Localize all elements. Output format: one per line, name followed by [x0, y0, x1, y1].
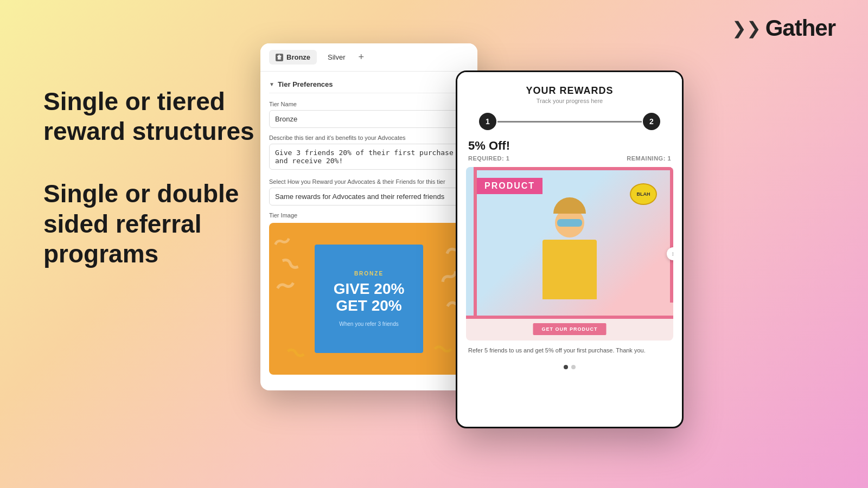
- tier-desc-label: Describe this tier and it's benefits to …: [269, 134, 469, 141]
- progress-bar: 1 2: [457, 113, 682, 130]
- get-product-button[interactable]: GET OUR PRODUCT: [533, 323, 606, 335]
- tier-desc-input[interactable]: Give 3 friends 20% of their first purcha…: [269, 144, 469, 170]
- dot-2[interactable]: [571, 365, 576, 369]
- rewards-header: YOUR REWARDS Track your progress here: [457, 72, 682, 113]
- person-hair: [553, 197, 586, 214]
- rewards-description: Refer 5 friends to us and get 5% off you…: [457, 341, 682, 361]
- rewards-tablet: YOUR REWARDS Track your progress here 1 …: [456, 70, 684, 428]
- trash-icon: 🗑: [276, 54, 283, 61]
- right-frame: [670, 167, 673, 303]
- dot-indicators: [457, 361, 682, 376]
- admin-tablet: 🗑 Bronze Silver + ▼ Tier Preferences Tie…: [260, 43, 477, 390]
- tab-silver[interactable]: Silver: [321, 50, 352, 65]
- tab-bar: 🗑 Bronze Silver +: [260, 43, 477, 72]
- person-figure: [542, 197, 597, 299]
- bronze-tagline: When you refer 3 friends: [339, 321, 399, 327]
- logo-text: Gather: [765, 15, 835, 41]
- heading-tiered: Single or tiered reward structures: [43, 87, 254, 146]
- left-text-area: Single or tiered reward structures Singl…: [43, 87, 254, 269]
- dot-1[interactable]: [564, 365, 568, 369]
- section-tier-preferences[interactable]: ▼ Tier Preferences: [269, 80, 469, 93]
- step-2: 2: [643, 113, 660, 130]
- step-1: 1: [479, 113, 496, 130]
- admin-content: ▼ Tier Preferences Tier Name Describe th…: [260, 72, 477, 383]
- product-card: PRODUCT BLAH: [466, 167, 673, 341]
- blah-bubble: BLAH: [630, 183, 657, 205]
- step-line: [497, 121, 642, 123]
- discount-label: 5% Off!: [457, 139, 682, 155]
- required-text: REQUIRED: 1: [468, 155, 509, 162]
- bronze-banner-inner: BRONZE GIVE 20% GET 20% When you refer 3…: [315, 245, 423, 353]
- bronze-tier-label: BRONZE: [354, 271, 384, 277]
- product-tag: PRODUCT: [477, 178, 542, 194]
- tier-name-label: Tier Name: [269, 101, 469, 107]
- rewards-title: YOUR REWARDS: [468, 85, 671, 97]
- reward-select-label: Select How you Reward your Advocates & t…: [269, 178, 469, 185]
- reward-select-input[interactable]: [269, 188, 469, 206]
- remaining-text: REMAINING: 1: [627, 155, 671, 162]
- logo: ❯❯ Gather: [732, 15, 835, 41]
- tier-image-label: Tier Image: [269, 212, 469, 219]
- bronze-banner: 〜 〜 〜 〜 〜 〜 〜 〜 BRONZE GIVE 20% GET 20% …: [269, 223, 469, 375]
- req-remaining-area: REQUIRED: 1 REMAINING: 1: [457, 155, 682, 167]
- person-glasses: [557, 219, 582, 227]
- top-frame: [474, 167, 673, 170]
- bronze-give-get: GIVE 20% GET 20%: [334, 281, 405, 314]
- chevron-icon: ▼: [269, 81, 275, 87]
- rewards-subtitle: Track your progress here: [468, 98, 671, 104]
- logo-icon: ❯❯: [732, 18, 761, 38]
- heading-referral: Single or double sided referral programs: [43, 179, 254, 269]
- person-body: [542, 240, 597, 299]
- add-tab-button[interactable]: +: [359, 52, 365, 63]
- tab-bronze[interactable]: 🗑 Bronze: [269, 50, 317, 65]
- tier-name-input[interactable]: [269, 110, 469, 128]
- bottom-frame: [466, 316, 673, 319]
